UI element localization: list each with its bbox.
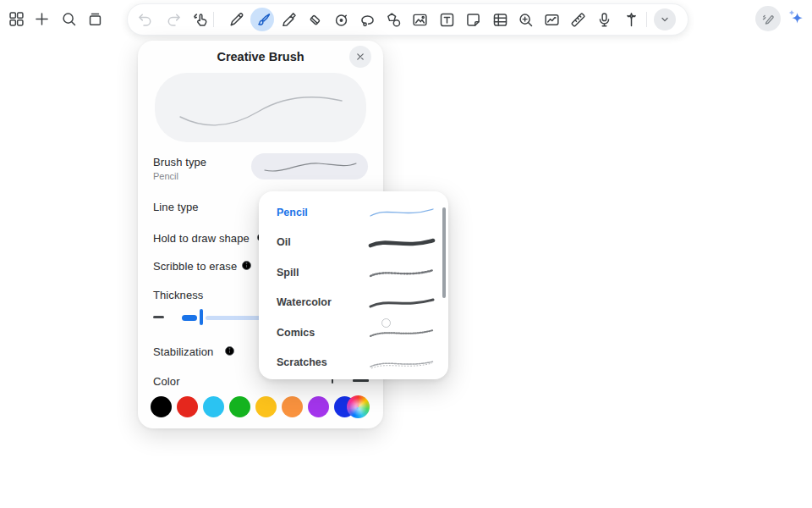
menu-item-pencil[interactable]: Pencil (259, 197, 448, 228)
thickness-slider-fill (182, 315, 197, 322)
line-type-label: Line type (153, 201, 199, 213)
hold-to-draw-label: Hold to draw shape (153, 232, 250, 245)
pointer-indicator (381, 318, 391, 328)
redo-icon[interactable] (164, 10, 183, 29)
ai-sparkle-icon[interactable] (786, 8, 806, 28)
table-icon[interactable] (491, 10, 509, 29)
color-swatch[interactable] (282, 396, 303, 417)
more-tools-button[interactable] (654, 8, 676, 30)
spill-stroke-preview (366, 263, 437, 282)
close-icon[interactable] (349, 46, 371, 68)
brush-type-selector[interactable] (251, 153, 368, 179)
pages-icon[interactable] (85, 9, 104, 28)
zoom-in-icon[interactable] (516, 10, 535, 29)
shapes-icon[interactable] (384, 10, 403, 29)
pen-icon[interactable] (227, 10, 245, 29)
menu-item-comics[interactable]: Comics (259, 318, 448, 348)
lasso-icon[interactable] (358, 10, 376, 29)
scribble-to-erase-label: Scribble to erase (153, 260, 237, 273)
pencil-stroke-preview (366, 203, 437, 222)
magic-wand-icon[interactable] (622, 10, 640, 29)
undo-icon[interactable] (135, 10, 154, 29)
color-swatch[interactable] (203, 396, 224, 417)
stabilization-info-icon[interactable] (223, 345, 236, 357)
toolbar-divider (646, 12, 647, 27)
scratches-stroke-preview (366, 354, 437, 373)
thickness-slider-handle[interactable] (200, 309, 204, 325)
laser-pointer-icon[interactable] (332, 10, 350, 29)
menu-item-spill[interactable]: Spill (259, 257, 448, 288)
scribble-to-erase-info-icon[interactable] (240, 259, 253, 272)
eraser-icon[interactable] (305, 10, 324, 29)
search-icon[interactable] (59, 9, 78, 28)
color-label: Color (153, 375, 180, 388)
color-swatch[interactable] (255, 396, 277, 417)
color-tool-icon-fragment (353, 379, 369, 382)
highlighter-icon[interactable] (279, 10, 298, 29)
sticky-note-icon[interactable] (464, 10, 482, 29)
comics-stroke-preview (366, 323, 437, 342)
chart-icon[interactable] (542, 10, 561, 29)
color-swatch[interactable] (229, 396, 250, 417)
color-swatch[interactable] (151, 396, 172, 417)
brush-icon[interactable] (254, 10, 272, 29)
panel-title: Creative Brush (138, 50, 383, 64)
menu-scrollbar[interactable] (442, 207, 446, 298)
menu-item-watercolor[interactable]: Watercolor (259, 288, 448, 318)
brush-type-label: Brush type (153, 156, 206, 168)
ruler-icon[interactable] (568, 10, 587, 29)
thickness-min-dash (153, 316, 164, 318)
main-toolbar (127, 3, 689, 36)
toolbar-divider (213, 12, 214, 27)
brush-type-menu: Pencil Oil Spill Watercolor Comics Scrat… (259, 191, 448, 379)
apps-grid-icon[interactable] (7, 9, 25, 28)
oil-stroke-preview (366, 234, 437, 252)
stabilization-label: Stabilization (153, 345, 213, 358)
add-icon[interactable] (32, 9, 51, 28)
menu-item-oil[interactable]: Oil (259, 228, 448, 258)
pen-sparkle-button[interactable] (755, 6, 781, 31)
microphone-icon[interactable] (595, 10, 613, 29)
gesture-icon[interactable] (191, 10, 210, 29)
thickness-label: Thickness (153, 289, 203, 301)
image-icon[interactable] (410, 10, 429, 29)
menu-item-scratches[interactable]: Scratches (259, 348, 448, 378)
brush-preview (155, 73, 366, 142)
text-icon[interactable] (437, 10, 456, 29)
color-swatch[interactable] (308, 396, 329, 417)
watercolor-stroke-preview (366, 294, 437, 312)
brush-type-value: Pencil (153, 171, 178, 181)
color-swatch[interactable] (177, 396, 198, 417)
color-wheel-picker[interactable] (347, 395, 370, 418)
